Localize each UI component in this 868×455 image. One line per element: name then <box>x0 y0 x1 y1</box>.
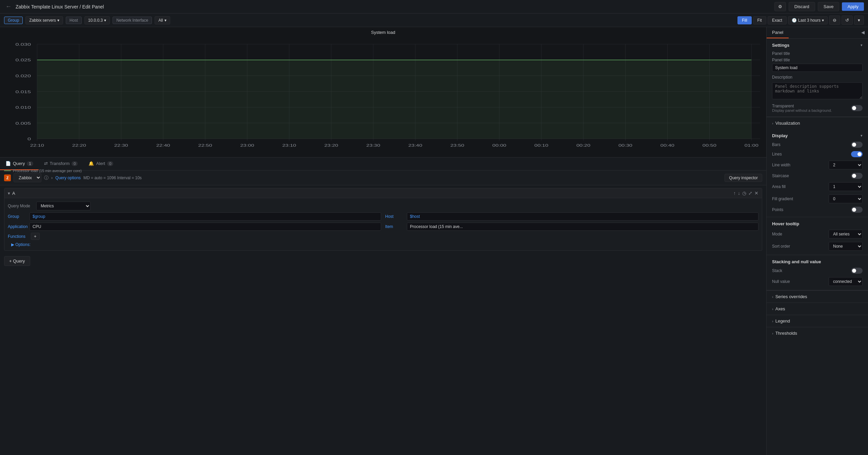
display-header[interactable]: Display ▾ <box>772 133 863 138</box>
fit-button[interactable]: Fit <box>753 16 766 24</box>
header-left: ← Zabbix Template Linux Server / Edit Pa… <box>4 2 104 12</box>
settings-chevron: ▾ <box>861 43 863 47</box>
sort-order-select[interactable]: None <box>829 242 863 251</box>
bars-label: Bars <box>772 142 851 147</box>
line-width-row: Line width 2 <box>772 161 863 169</box>
svg-text:23:10: 23:10 <box>282 144 296 147</box>
zoom-out-button[interactable]: ⊖ <box>829 16 840 25</box>
points-label: Points <box>772 207 851 212</box>
application-label[interactable]: Application <box>8 224 28 229</box>
discard-button[interactable]: Discard <box>789 2 815 11</box>
collapse-panel-icon[interactable]: ◀ <box>858 27 868 38</box>
svg-text:23:50: 23:50 <box>450 144 464 147</box>
description-input[interactable] <box>772 82 863 99</box>
refresh-button[interactable]: ↺ <box>842 16 853 25</box>
svg-text:00:50: 00:50 <box>703 144 716 147</box>
network-tag[interactable]: Network Interface <box>113 17 152 24</box>
visualization-title: Visualization <box>775 121 800 126</box>
svg-text:23:20: 23:20 <box>324 144 338 147</box>
exact-button[interactable]: Exact <box>768 16 787 24</box>
chart-title: System load <box>0 27 766 36</box>
query-inspector-button[interactable]: Query inspector <box>725 174 762 182</box>
collapse-icon[interactable]: ▾ <box>8 191 10 196</box>
datasource-select[interactable]: Zabbix <box>14 173 41 182</box>
visualization-chevron: › <box>772 121 773 125</box>
item-label[interactable]: Item <box>385 224 406 229</box>
save-button[interactable]: Save <box>818 2 840 11</box>
query-block-actions: ↑ ↓ ◷ ⤢ ✕ <box>733 190 758 196</box>
svg-text:00:30: 00:30 <box>618 144 632 147</box>
host-dropdown[interactable]: 10.0.0.3 ▾ <box>84 16 110 24</box>
back-button[interactable]: ← <box>4 2 13 12</box>
application-input[interactable] <box>29 223 381 231</box>
svg-text:23:00: 23:00 <box>240 144 254 147</box>
stack-row: Stack <box>772 268 863 274</box>
host-tag[interactable]: Host <box>66 17 82 24</box>
null-value-select[interactable]: connected <box>829 277 863 286</box>
description-label-wrap: Description <box>772 75 863 80</box>
fill-gradient-row: Fill gradient 0 <box>772 194 863 203</box>
axes-header[interactable]: › Axes <box>767 303 868 315</box>
move-up-icon[interactable]: ↑ <box>733 190 736 196</box>
options-toggle[interactable]: ▶ Options: <box>8 242 758 247</box>
functions-label[interactable]: Functions <box>8 234 28 239</box>
view-buttons: Fill Fit Exact 🕐 Last 3 hours ▾ ⊖ ↺ ▾ <box>737 16 864 25</box>
line-width-select[interactable]: 2 <box>829 161 863 169</box>
thresholds-header[interactable]: › Thresholds <box>767 327 868 339</box>
fill-gradient-select[interactable]: 0 <box>829 194 863 203</box>
legend-header[interactable]: › Legend <box>767 315 868 327</box>
transparent-toggle[interactable] <box>851 105 863 111</box>
fill-button[interactable]: Fill <box>737 16 751 24</box>
move-down-icon[interactable]: ↓ <box>738 190 740 196</box>
all-dropdown[interactable]: All ▾ <box>155 16 170 24</box>
staircase-toggle[interactable] <box>851 173 863 179</box>
legend-chevron: › <box>772 319 773 323</box>
panel-title-label-text: Panel title <box>772 57 863 62</box>
expand-icon[interactable]: ⤢ <box>748 190 752 196</box>
help-icon: ⓘ <box>44 175 48 181</box>
visualization-header[interactable]: › Visualization <box>767 117 868 129</box>
fill-gradient-label: Fill gradient <box>772 197 829 201</box>
svg-text:22:40: 22:40 <box>156 144 170 147</box>
points-toggle[interactable] <box>851 207 863 213</box>
apply-button[interactable]: Apply <box>842 2 864 11</box>
transparent-label: Transparent <box>772 104 851 108</box>
add-function-button[interactable]: + <box>31 233 40 240</box>
series-overrides-section: › Series overrides <box>767 290 868 303</box>
area-fill-select[interactable]: 1 <box>829 182 863 191</box>
group-input[interactable]: $group <box>29 212 381 221</box>
settings-button[interactable]: ⚙ <box>774 2 786 11</box>
svg-text:00:20: 00:20 <box>576 144 590 147</box>
svg-text:00:00: 00:00 <box>492 144 506 147</box>
more-button[interactable]: ▾ <box>854 16 864 25</box>
group-dropdown[interactable]: Zabbix servers ▾ <box>25 16 63 24</box>
mode-select[interactable]: All series <box>829 230 863 239</box>
copy-icon[interactable]: ◷ <box>742 190 746 196</box>
main-layout: System load <box>0 27 868 455</box>
remove-icon[interactable]: ✕ <box>754 190 758 196</box>
bars-toggle[interactable] <box>851 142 863 148</box>
settings-header[interactable]: Settings ▾ <box>772 43 863 48</box>
group-tag[interactable]: Group <box>4 17 23 24</box>
item-input[interactable] <box>407 223 758 231</box>
visualization-section: › Visualization <box>767 117 868 129</box>
time-range-button[interactable]: 🕐 Last 3 hours ▾ <box>788 16 828 24</box>
panel-title-input[interactable] <box>772 64 863 72</box>
stack-toggle[interactable] <box>851 268 863 274</box>
header-right: ⚙ Discard Save Apply <box>774 2 864 11</box>
lines-toggle[interactable] <box>851 151 863 157</box>
query-block-a: ▾ A ↑ ↓ ◷ ⤢ ✕ Query Mode Metr <box>4 188 762 251</box>
points-row: Points <box>772 207 863 213</box>
axes-chevron: › <box>772 307 773 311</box>
page-title: Zabbix Template Linux Server / Edit Pane… <box>16 4 104 9</box>
group-label[interactable]: Group <box>8 214 28 219</box>
query-options-link[interactable]: Query options <box>55 175 81 180</box>
tab-panel[interactable]: Panel <box>767 27 789 38</box>
sort-order-row: Sort order None <box>772 242 863 251</box>
host-label[interactable]: Host <box>385 214 406 219</box>
series-overrides-header[interactable]: › Series overrides <box>767 291 868 303</box>
add-query-button[interactable]: + Query <box>4 256 30 266</box>
host-input[interactable]: $host <box>407 212 758 221</box>
query-mode-select[interactable]: Metrics <box>36 202 91 210</box>
transparent-row: Transparent Display panel without a back… <box>772 104 863 112</box>
